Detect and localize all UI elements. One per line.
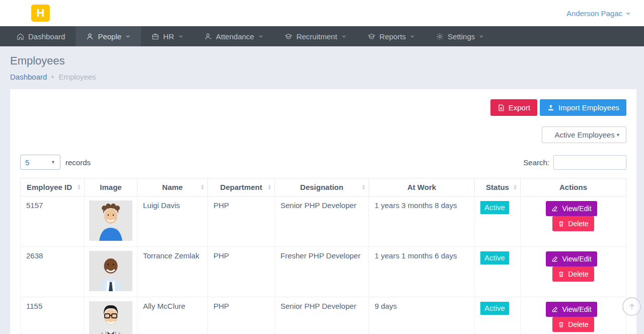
employee-image-cell: [85, 297, 137, 334]
employee-image-cell: [85, 196, 137, 247]
employee-actions-cell: View/Edit Delete: [521, 297, 626, 334]
status-badge: Active: [480, 251, 509, 264]
employee-name-cell: Luigi Davis: [137, 196, 208, 247]
status-badge: Active: [480, 201, 509, 214]
toolbar: Export Import Employees: [20, 99, 626, 116]
column-header-image: Image: [85, 178, 137, 196]
column-header-name[interactable]: Name▲▼: [137, 178, 208, 196]
employee-id-cell: 5157: [21, 196, 85, 247]
employee-department-cell: PHP: [208, 196, 275, 247]
list-controls: 5 ▼ records Search:: [20, 155, 626, 170]
chevron-down-icon: [178, 34, 183, 39]
edit-icon: [551, 306, 558, 313]
column-header-at-work: At Work: [369, 178, 475, 196]
nav-item-attendance[interactable]: Attendance: [194, 26, 274, 46]
records-label: records: [65, 158, 91, 167]
employees-panel: Export Import Employees Active Employees…: [10, 89, 636, 334]
chevron-down-icon: [341, 34, 346, 39]
records-per-page-select[interactable]: 5 ▼: [20, 155, 60, 170]
upload-icon: [547, 104, 555, 112]
employee-image-cell: [85, 247, 137, 297]
attendance-icon: [204, 33, 212, 40]
employee-atwork-cell: 1 years 3 months 8 days: [369, 196, 475, 247]
employee-department-cell: PHP: [208, 247, 275, 297]
breadcrumb-dashboard-link[interactable]: Dashboard: [10, 73, 47, 81]
nav-item-settings[interactable]: Settings: [425, 26, 494, 46]
graduation-cap-icon: [284, 33, 293, 40]
trash-icon: [558, 321, 564, 328]
filter-row: Active Employees ▼: [20, 126, 626, 143]
top-header: H Anderson Pagac: [0, 0, 644, 26]
app-logo[interactable]: H: [31, 5, 50, 22]
search-input[interactable]: [553, 155, 626, 170]
search-control: Search:: [523, 155, 626, 170]
employee-id-cell: 1155: [21, 297, 85, 334]
chevron-down-icon: [479, 34, 484, 39]
nav-item-hr[interactable]: HR: [141, 26, 194, 46]
employee-designation-cell: Senior PHP Developer: [275, 196, 369, 247]
main-nav: Dashboard People HR Attendance Recruitme…: [0, 26, 644, 46]
column-header-employee-id[interactable]: Employee ID▲▼: [21, 178, 85, 196]
page-title: Employees: [10, 54, 644, 68]
dropdown-arrow-icon: ▼: [51, 160, 55, 165]
employee-actions-cell: View/Edit Delete: [521, 196, 626, 247]
view-edit-button[interactable]: View/Edit: [546, 251, 597, 266]
table-row: 2638 Torrance Zemlak PHP Fresher PHP Dev…: [21, 247, 626, 297]
chevron-down-icon: [625, 11, 631, 16]
table-row: 1155 Ally: [21, 297, 626, 334]
edit-icon: [551, 205, 558, 212]
search-label: Search:: [523, 158, 549, 167]
export-button[interactable]: Export: [490, 99, 537, 116]
employee-actions-cell: View/Edit Delete: [521, 247, 626, 297]
breadcrumb-separator: [51, 76, 54, 78]
briefcase-icon: [152, 33, 159, 40]
chevron-down-icon: [125, 34, 130, 39]
employee-photo: [89, 201, 132, 241]
employee-status-cell: Active: [475, 196, 521, 247]
breadcrumb: Dashboard Employees: [10, 73, 644, 81]
employee-designation-cell: Senior PHP Developer: [275, 297, 369, 334]
home-icon: [17, 33, 24, 40]
delete-button[interactable]: Delete: [552, 266, 594, 282]
delete-button[interactable]: Delete: [552, 317, 594, 332]
arrow-up-icon: [627, 302, 636, 311]
sort-icon: ▲▼: [77, 184, 81, 190]
view-edit-button[interactable]: View/Edit: [546, 201, 597, 216]
employee-status-cell: Active: [475, 297, 521, 334]
employee-status-cell: Active: [475, 247, 521, 297]
dropdown-arrow-icon: ▼: [616, 132, 620, 138]
chevron-down-icon: [258, 34, 263, 39]
scroll-to-top-button[interactable]: [622, 297, 641, 316]
import-employees-button[interactable]: Import Employees: [540, 99, 626, 116]
employee-photo: [89, 251, 132, 291]
employees-table: Employee ID▲▼ Image Name▲▼ Department▲▼ …: [20, 178, 626, 334]
trash-icon: [558, 220, 564, 227]
user-menu[interactable]: Anderson Pagac: [566, 9, 631, 18]
employee-status-filter[interactable]: Active Employees ▼: [542, 126, 626, 143]
nav-item-dashboard[interactable]: Dashboard: [6, 26, 76, 46]
sort-icon: ▲▼: [200, 184, 204, 190]
view-edit-button[interactable]: View/Edit: [546, 302, 597, 317]
nav-item-recruitment[interactable]: Recruitment: [274, 26, 357, 46]
column-header-department[interactable]: Department▲▼: [208, 178, 275, 196]
sort-icon: ▲▼: [362, 184, 366, 190]
nav-item-people[interactable]: People: [76, 26, 141, 46]
employee-atwork-cell: 9 days: [369, 297, 475, 334]
nav-item-reports[interactable]: Reports: [357, 26, 426, 46]
people-icon: [86, 33, 94, 40]
gear-icon: [436, 33, 444, 40]
status-badge: Active: [480, 302, 509, 315]
records-control: 5 ▼ records: [20, 155, 91, 170]
column-header-designation[interactable]: Designation▲▼: [275, 178, 369, 196]
column-header-status[interactable]: Status▲▼: [475, 178, 521, 196]
employee-name-cell: Torrance Zemlak: [137, 247, 208, 297]
delete-button[interactable]: Delete: [552, 216, 594, 231]
edit-icon: [551, 255, 558, 262]
sort-icon: ▲▼: [513, 184, 517, 190]
chevron-down-icon: [410, 34, 415, 39]
employee-id-cell: 2638: [21, 247, 85, 297]
reports-icon: [368, 33, 376, 40]
employee-name-cell: Ally McClure: [137, 297, 208, 334]
user-name: Anderson Pagac: [566, 9, 622, 18]
column-header-actions: Actions: [521, 178, 626, 196]
